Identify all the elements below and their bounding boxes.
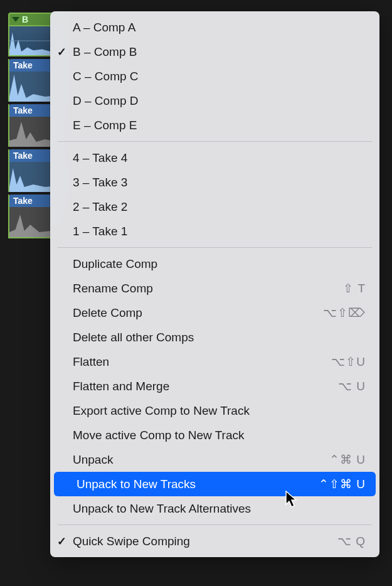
menu-item-label: Unpack to New Track Alternatives [73,502,366,516]
menu-item-label: B – Comp B [73,45,366,59]
menu-item[interactable]: Delete Comp⌥⇧⌦ [50,301,379,325]
disclosure-triangle-icon[interactable] [12,17,19,22]
menu-separator [58,141,372,142]
menu-item-label: Delete all other Comps [73,331,366,344]
menu-item-label: Flatten [73,355,331,369]
menu-item-label: Unpack to New Tracks [77,477,319,491]
menu-item[interactable]: Unpack⌃⌘ U [50,447,379,472]
menu-shortcut: ⌥⇧U [331,354,366,369]
menu-item[interactable]: 3 – Take 3 [50,170,379,194]
menu-item-label: Move active Comp to New Track [73,429,366,442]
menu-shortcut: ⌃⌘ U [329,452,366,467]
checkmark-icon: ✓ [50,535,73,548]
menu-item-label: Rename Comp [73,282,343,296]
menu-item[interactable]: Delete all other Comps [50,325,379,349]
menu-item[interactable]: Export active Comp to New Track [50,398,379,423]
menu-item-label: Duplicate Comp [73,257,366,271]
menu-item-label: E – Comp E [73,119,366,132]
menu-item[interactable]: C – Comp C [50,64,379,88]
menu-separator [58,247,372,248]
menu-item-label: 3 – Take 3 [73,176,366,189]
menu-item[interactable]: Flatten and Merge⌥ U [50,374,379,398]
menu-item[interactable]: ✓Quick Swipe Comping⌥ Q [50,529,379,553]
menu-item[interactable]: Unpack to New Tracks⌃⇧⌘ U [54,472,376,496]
menu-item[interactable]: Rename Comp⇧ T [50,276,379,301]
menu-shortcut: ⌥ Q [337,534,366,548]
menu-item-label: 4 – Take 4 [73,151,366,165]
menu-item-label: A – Comp A [73,21,366,35]
menu-item-label: Delete Comp [73,306,323,320]
menu-shortcut: ⌥ U [338,379,366,393]
menu-item-label: C – Comp C [73,70,366,83]
menu-item[interactable]: 2 – Take 2 [50,194,379,219]
folder-label: B [22,14,28,24]
menu-shortcut: ⌃⇧⌘ U [319,477,366,491]
menu-shortcut: ⌥⇧⌦ [323,306,366,320]
menu-item-label: 1 – Take 1 [73,225,366,238]
menu-item-label: Quick Swipe Comping [73,535,337,548]
menu-item[interactable]: 1 – Take 1 [50,219,379,243]
menu-separator [58,525,372,525]
take-folder-menu: A – Comp A✓B – Comp BC – Comp CD – Comp … [50,11,379,557]
menu-item[interactable]: E – Comp E [50,113,379,137]
menu-item[interactable]: 4 – Take 4 [50,146,379,170]
menu-item-label: D – Comp D [73,94,366,108]
menu-item-label: 2 – Take 2 [73,200,366,214]
menu-item[interactable]: Unpack to New Track Alternatives [50,496,379,521]
menu-item-label: Unpack [73,453,329,467]
menu-item[interactable]: ✓B – Comp B [50,40,379,64]
checkmark-icon: ✓ [50,45,73,59]
menu-item[interactable]: D – Comp D [50,88,379,113]
menu-item[interactable]: Duplicate Comp [50,252,379,276]
menu-item[interactable]: Flatten⌥⇧U [50,349,379,374]
menu-shortcut: ⇧ T [343,281,366,296]
menu-item-label: Flatten and Merge [73,380,338,393]
menu-item[interactable]: A – Comp A [50,15,379,40]
menu-item[interactable]: Move active Comp to New Track [50,423,379,447]
menu-item-label: Export active Comp to New Track [73,404,366,418]
